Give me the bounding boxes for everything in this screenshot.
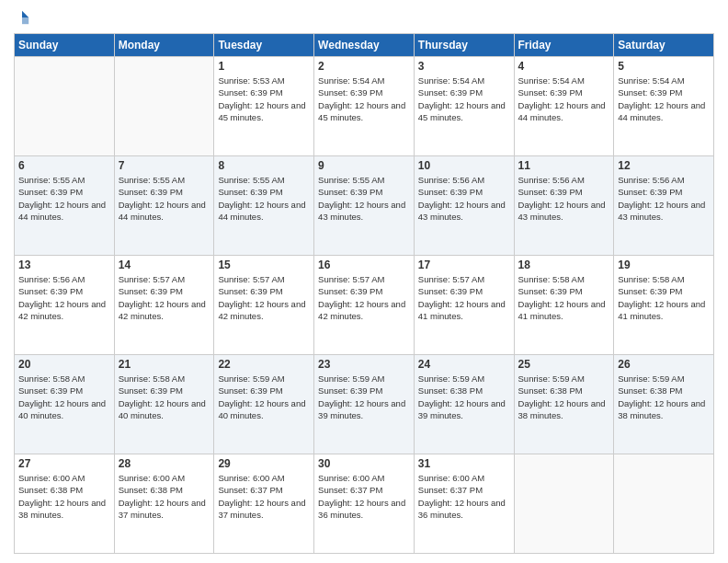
day-number: 7: [119, 159, 210, 172]
day-info: Sunrise: 5:59 AMSunset: 6:39 PMDaylight:…: [218, 373, 310, 421]
calendar-cell: 5Sunrise: 5:54 AMSunset: 6:39 PMDaylight…: [614, 57, 714, 156]
calendar-page: SundayMondayTuesdayWednesdayThursdayFrid…: [0, 0, 728, 563]
day-info: Sunrise: 6:00 AMSunset: 6:37 PMDaylight:…: [418, 472, 510, 521]
day-info: Sunrise: 5:58 AMSunset: 6:39 PMDaylight:…: [119, 373, 210, 421]
day-number: 13: [18, 259, 110, 271]
calendar-header-friday: Friday: [514, 34, 614, 57]
day-number: 9: [318, 159, 410, 172]
day-info: Sunrise: 5:56 AMSunset: 6:39 PMDaylight:…: [418, 174, 510, 223]
logo: [14, 9, 32, 26]
day-info: Sunrise: 5:58 AMSunset: 6:39 PMDaylight:…: [618, 273, 710, 322]
calendar-header-sunday: Sunday: [15, 34, 115, 57]
day-info: Sunrise: 5:56 AMSunset: 6:39 PMDaylight:…: [18, 273, 110, 322]
day-info: Sunrise: 5:59 AMSunset: 6:38 PMDaylight:…: [518, 373, 610, 421]
day-number: 23: [318, 358, 410, 371]
calendar-cell: 29Sunrise: 6:00 AMSunset: 6:37 PMDayligh…: [214, 454, 314, 554]
day-info: Sunrise: 5:55 AMSunset: 6:39 PMDaylight:…: [18, 174, 110, 223]
calendar-cell: 31Sunrise: 6:00 AMSunset: 6:37 PMDayligh…: [414, 454, 514, 554]
calendar-cell: [15, 57, 115, 156]
day-number: 4: [518, 60, 610, 73]
calendar-cell: 13Sunrise: 5:56 AMSunset: 6:39 PMDayligh…: [15, 256, 115, 355]
day-info: Sunrise: 5:57 AMSunset: 6:39 PMDaylight:…: [218, 273, 310, 322]
day-number: 17: [418, 259, 510, 271]
day-number: 18: [518, 259, 610, 271]
day-number: 2: [318, 60, 410, 73]
day-info: Sunrise: 5:56 AMSunset: 6:39 PMDaylight:…: [618, 174, 710, 223]
calendar-week-3: 13Sunrise: 5:56 AMSunset: 6:39 PMDayligh…: [15, 256, 714, 355]
day-info: Sunrise: 5:59 AMSunset: 6:38 PMDaylight:…: [618, 373, 710, 421]
calendar-week-4: 20Sunrise: 5:58 AMSunset: 6:39 PMDayligh…: [15, 355, 714, 454]
calendar-cell: [514, 454, 614, 554]
calendar-cell: 27Sunrise: 6:00 AMSunset: 6:38 PMDayligh…: [15, 454, 115, 554]
calendar-cell: 21Sunrise: 5:58 AMSunset: 6:39 PMDayligh…: [114, 355, 214, 454]
calendar-cell: [614, 454, 714, 554]
day-info: Sunrise: 6:00 AMSunset: 6:37 PMDaylight:…: [318, 472, 410, 521]
calendar-cell: 11Sunrise: 5:56 AMSunset: 6:39 PMDayligh…: [514, 156, 614, 256]
day-info: Sunrise: 6:00 AMSunset: 6:37 PMDaylight:…: [218, 472, 310, 521]
day-info: Sunrise: 5:58 AMSunset: 6:39 PMDaylight:…: [18, 373, 110, 421]
svg-marker-0: [22, 11, 28, 17]
day-number: 25: [518, 358, 610, 371]
calendar-header-wednesday: Wednesday: [314, 34, 415, 57]
day-info: Sunrise: 5:57 AMSunset: 6:39 PMDaylight:…: [418, 273, 510, 322]
calendar-header-monday: Monday: [114, 34, 214, 57]
calendar-week-2: 6Sunrise: 5:55 AMSunset: 6:39 PMDaylight…: [15, 156, 714, 256]
calendar-cell: 22Sunrise: 5:59 AMSunset: 6:39 PMDayligh…: [214, 355, 314, 454]
calendar-cell: 15Sunrise: 5:57 AMSunset: 6:39 PMDayligh…: [214, 256, 314, 355]
day-info: Sunrise: 5:54 AMSunset: 6:39 PMDaylight:…: [518, 75, 610, 123]
day-number: 14: [119, 259, 210, 271]
day-info: Sunrise: 6:00 AMSunset: 6:38 PMDaylight:…: [119, 472, 210, 521]
calendar-cell: 25Sunrise: 5:59 AMSunset: 6:38 PMDayligh…: [514, 355, 614, 454]
calendar-cell: 20Sunrise: 5:58 AMSunset: 6:39 PMDayligh…: [15, 355, 115, 454]
day-number: 31: [418, 457, 510, 470]
logo-icon: [14, 9, 30, 26]
calendar-cell: 9Sunrise: 5:55 AMSunset: 6:39 PMDaylight…: [314, 156, 415, 256]
calendar-header-saturday: Saturday: [614, 34, 714, 57]
calendar-cell: 7Sunrise: 5:55 AMSunset: 6:39 PMDaylight…: [114, 156, 214, 256]
day-info: Sunrise: 5:59 AMSunset: 6:38 PMDaylight:…: [418, 373, 510, 421]
day-number: 30: [318, 457, 410, 470]
day-info: Sunrise: 6:00 AMSunset: 6:38 PMDaylight:…: [18, 472, 110, 521]
calendar-week-1: 1Sunrise: 5:53 AMSunset: 6:39 PMDaylight…: [15, 57, 714, 156]
calendar-header-thursday: Thursday: [414, 34, 514, 57]
calendar-cell: 1Sunrise: 5:53 AMSunset: 6:39 PMDaylight…: [214, 57, 314, 156]
calendar-cell: 6Sunrise: 5:55 AMSunset: 6:39 PMDaylight…: [15, 156, 115, 256]
svg-marker-1: [22, 17, 28, 24]
day-number: 10: [418, 159, 510, 172]
day-info: Sunrise: 5:57 AMSunset: 6:39 PMDaylight:…: [119, 273, 210, 322]
calendar-cell: 30Sunrise: 6:00 AMSunset: 6:37 PMDayligh…: [314, 454, 415, 554]
day-info: Sunrise: 5:55 AMSunset: 6:39 PMDaylight:…: [318, 174, 410, 223]
calendar-cell: 8Sunrise: 5:55 AMSunset: 6:39 PMDaylight…: [214, 156, 314, 256]
calendar-header-row: SundayMondayTuesdayWednesdayThursdayFrid…: [15, 34, 714, 57]
day-number: 19: [618, 259, 710, 271]
calendar-cell: 4Sunrise: 5:54 AMSunset: 6:39 PMDaylight…: [514, 57, 614, 156]
calendar-cell: 10Sunrise: 5:56 AMSunset: 6:39 PMDayligh…: [414, 156, 514, 256]
day-info: Sunrise: 5:59 AMSunset: 6:39 PMDaylight:…: [318, 373, 410, 421]
calendar-cell: 19Sunrise: 5:58 AMSunset: 6:39 PMDayligh…: [614, 256, 714, 355]
day-info: Sunrise: 5:57 AMSunset: 6:39 PMDaylight:…: [318, 273, 410, 322]
calendar-cell: 16Sunrise: 5:57 AMSunset: 6:39 PMDayligh…: [314, 256, 415, 355]
day-number: 26: [618, 358, 710, 371]
calendar-cell: [114, 57, 214, 156]
calendar-cell: 28Sunrise: 6:00 AMSunset: 6:38 PMDayligh…: [114, 454, 214, 554]
day-info: Sunrise: 5:55 AMSunset: 6:39 PMDaylight:…: [218, 174, 310, 223]
day-info: Sunrise: 5:54 AMSunset: 6:39 PMDaylight:…: [618, 75, 710, 123]
day-number: 6: [18, 159, 110, 172]
day-number: 28: [119, 457, 210, 470]
day-number: 27: [18, 457, 110, 470]
calendar-header-tuesday: Tuesday: [214, 34, 314, 57]
calendar-cell: 2Sunrise: 5:54 AMSunset: 6:39 PMDaylight…: [314, 57, 415, 156]
day-number: 3: [418, 60, 510, 73]
day-number: 1: [218, 60, 310, 73]
day-number: 12: [618, 159, 710, 172]
day-number: 11: [518, 159, 610, 172]
day-number: 5: [618, 60, 710, 73]
day-info: Sunrise: 5:54 AMSunset: 6:39 PMDaylight:…: [318, 75, 410, 123]
calendar-cell: 18Sunrise: 5:58 AMSunset: 6:39 PMDayligh…: [514, 256, 614, 355]
day-number: 16: [318, 259, 410, 271]
day-number: 21: [119, 358, 210, 371]
day-info: Sunrise: 5:58 AMSunset: 6:39 PMDaylight:…: [518, 273, 610, 322]
calendar-cell: 24Sunrise: 5:59 AMSunset: 6:38 PMDayligh…: [414, 355, 514, 454]
day-number: 20: [18, 358, 110, 371]
calendar-cell: 17Sunrise: 5:57 AMSunset: 6:39 PMDayligh…: [414, 256, 514, 355]
